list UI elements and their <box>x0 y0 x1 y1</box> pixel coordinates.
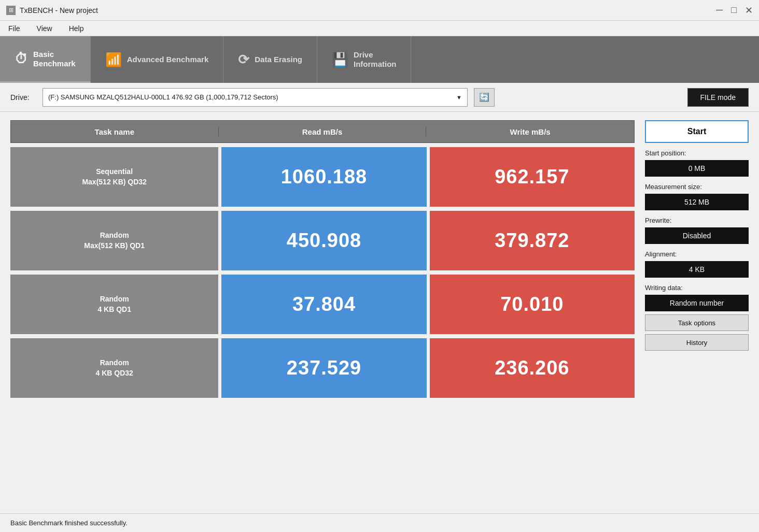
task-name-3: Random4 KB QD32 <box>10 338 218 398</box>
menu-view[interactable]: View <box>34 23 55 34</box>
benchmark-area: Task name Read mB/s Write mB/s Sequentia… <box>10 120 635 505</box>
benchmark-row-3: Random4 KB QD32 237.529 236.206 <box>10 338 635 398</box>
drive-information-icon: 💾 <box>332 52 348 68</box>
title-bar-controls[interactable]: ─ □ ✕ <box>716 5 753 16</box>
measurement-size-value: 512 MB <box>645 194 749 210</box>
benchmark-header: Task name Read mB/s Write mB/s <box>10 120 635 143</box>
basic-benchmark-icon: ⏱ <box>15 51 28 67</box>
tab-drive-information-label: DriveInformation <box>354 50 397 69</box>
tab-basic-benchmark-label: BasicBenchmark <box>33 50 76 68</box>
drive-select-value: (F:) SAMSUNG MZALQ512HALU-000L1 476.92 G… <box>48 93 456 101</box>
drive-dropdown-arrow: ▼ <box>456 94 462 100</box>
menu-help[interactable]: Help <box>66 23 87 34</box>
title-bar: ⊞ TxBENCH - New project ─ □ ✕ <box>0 0 759 21</box>
drive-select[interactable]: (F:) SAMSUNG MZALQ512HALU-000L1 476.92 G… <box>43 88 468 107</box>
write-value-3: 236.206 <box>430 338 635 398</box>
tab-data-erasing[interactable]: ⟳ Data Erasing <box>223 36 317 83</box>
task-name-0: SequentialMax(512 KB) QD32 <box>10 147 218 207</box>
read-value-3: 237.529 <box>221 338 426 398</box>
measurement-size-label: Measurement size: <box>645 183 749 191</box>
app-icon: ⊞ <box>6 6 16 15</box>
file-mode-button[interactable]: FILE mode <box>687 88 749 107</box>
prewrite-value: Disabled <box>645 227 749 244</box>
alignment-label: Alignment: <box>645 250 749 258</box>
header-write: Write mB/s <box>426 127 634 136</box>
history-button[interactable]: History <box>645 334 749 351</box>
advanced-benchmark-icon: 📶 <box>105 52 122 68</box>
writing-data-label: Writing data: <box>645 284 749 292</box>
prewrite-label: Prewrite: <box>645 217 749 224</box>
writing-data-value: Random number <box>645 295 749 311</box>
start-position-value: 0 MB <box>645 160 749 177</box>
drive-bar: Drive: (F:) SAMSUNG MZALQ512HALU-000L1 4… <box>0 83 759 112</box>
read-value-0: 1060.188 <box>221 147 426 207</box>
minimize-button[interactable]: ─ <box>716 5 723 16</box>
drive-refresh-button[interactable]: 🔄 <box>474 88 495 107</box>
title-bar-left: ⊞ TxBENCH - New project <box>6 6 98 15</box>
task-name-2: Random4 KB QD1 <box>10 275 218 334</box>
right-panel: Start Start position: 0 MB Measurement s… <box>645 120 749 505</box>
menu-bar: File View Help <box>0 21 759 36</box>
tab-data-erasing-label: Data Erasing <box>255 55 302 64</box>
status-bar: Basic Benchmark finished successfully. <box>0 513 759 532</box>
tab-advanced-benchmark[interactable]: 📶 Advanced Benchmark <box>91 36 224 83</box>
window-title: TxBENCH - New project <box>20 6 98 15</box>
drive-label: Drive: <box>10 93 36 102</box>
read-value-2: 37.804 <box>221 275 426 334</box>
benchmark-row-1: RandomMax(512 KB) QD1 450.908 379.872 <box>10 211 635 270</box>
write-value-2: 70.010 <box>430 275 635 334</box>
tab-drive-information[interactable]: 💾 DriveInformation <box>317 36 412 83</box>
write-value-1: 379.872 <box>430 211 635 270</box>
task-name-1: RandomMax(512 KB) QD1 <box>10 211 218 270</box>
tab-advanced-benchmark-label: Advanced Benchmark <box>127 55 209 64</box>
menu-file[interactable]: File <box>5 23 23 34</box>
start-position-label: Start position: <box>645 149 749 157</box>
data-erasing-icon: ⟳ <box>238 52 249 68</box>
start-button[interactable]: Start <box>645 120 749 143</box>
toolbar: ⏱ BasicBenchmark 📶 Advanced Benchmark ⟳ … <box>0 36 759 83</box>
alignment-value: 4 KB <box>645 261 749 278</box>
read-value-1: 450.908 <box>221 211 426 270</box>
status-text: Basic Benchmark finished successfully. <box>10 519 128 527</box>
benchmark-row-2: Random4 KB QD1 37.804 70.010 <box>10 275 635 334</box>
header-read: Read mB/s <box>219 127 427 136</box>
benchmark-row-0: SequentialMax(512 KB) QD32 1060.188 962.… <box>10 147 635 207</box>
write-value-0: 962.157 <box>430 147 635 207</box>
main-content: Task name Read mB/s Write mB/s Sequentia… <box>0 112 759 513</box>
maximize-button[interactable]: □ <box>731 5 737 16</box>
header-task-name: Task name <box>11 127 219 136</box>
tab-basic-benchmark[interactable]: ⏱ BasicBenchmark <box>0 36 91 83</box>
close-button[interactable]: ✕ <box>745 5 753 16</box>
task-options-button[interactable]: Task options <box>645 314 749 331</box>
